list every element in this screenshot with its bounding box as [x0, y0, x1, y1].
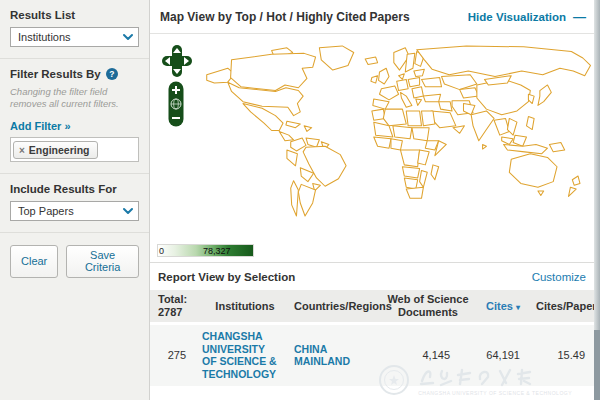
column-header-institutions[interactable]: Institutions — [196, 300, 294, 313]
save-criteria-button[interactable]: Save Criteria — [66, 245, 139, 278]
world-choropleth-map[interactable] — [180, 45, 600, 229]
country-angola[interactable] — [402, 167, 419, 178]
collapse-icon[interactable]: — — [573, 9, 586, 24]
country-spain[interactable] — [373, 99, 389, 109]
map-view-header: Map View by Top / Hot / Highly Cited Pap… — [150, 0, 600, 34]
country-balkans[interactable] — [412, 87, 423, 98]
country-iraq[interactable] — [439, 102, 452, 111]
country-libya[interactable] — [406, 111, 421, 126]
filter-tag-engineering[interactable]: × Engineering — [13, 141, 98, 159]
world-map-area: 0 78,327 — [150, 34, 600, 263]
country-drc[interactable] — [401, 150, 420, 167]
country-ireland[interactable] — [371, 76, 378, 83]
country-new-zealand-south[interactable] — [569, 187, 577, 196]
clear-button[interactable]: Clear — [10, 245, 58, 278]
country-central-america[interactable] — [279, 131, 293, 140]
column-header-cites-per-paper[interactable]: Cites/Paper — [536, 300, 594, 313]
country-west-africa[interactable] — [374, 137, 391, 148]
country-namibia[interactable] — [404, 178, 417, 189]
country-vietnam[interactable] — [507, 118, 517, 135]
column-header-countries[interactable]: Countries/Regions — [294, 300, 386, 313]
country-peru[interactable] — [287, 150, 298, 166]
add-filter-link[interactable]: Add Filter » — [10, 120, 71, 132]
country-new-zealand-north[interactable] — [572, 176, 580, 185]
country-saudi-arabia[interactable] — [431, 111, 456, 128]
country-greece[interactable] — [416, 99, 422, 106]
help-icon[interactable]: ? — [106, 68, 118, 80]
include-results-select[interactable]: Top Papers — [10, 201, 139, 221]
country-turkey[interactable] — [423, 94, 440, 101]
country-borneo[interactable] — [513, 135, 526, 146]
country-italy[interactable] — [401, 92, 412, 107]
map-zoom-control[interactable] — [168, 81, 184, 127]
country-canada[interactable] — [231, 53, 316, 90]
include-results-selected-value: Top Papers — [18, 205, 74, 217]
column-header-cites[interactable]: Cites ▾ — [470, 300, 536, 313]
country-philippines[interactable] — [527, 117, 535, 130]
university-seal-icon — [378, 363, 410, 397]
country-sudan[interactable] — [412, 128, 429, 141]
country-brazil[interactable] — [303, 146, 346, 186]
country-chile[interactable] — [291, 181, 299, 216]
sort-descending-icon[interactable]: ▾ — [516, 303, 520, 312]
country-sweden[interactable] — [405, 53, 415, 72]
country-cuba[interactable] — [286, 121, 300, 128]
country-new-guinea[interactable] — [549, 143, 564, 152]
zoom-out-icon — [172, 117, 180, 119]
column-header-documents[interactable]: Web of Science Documents — [386, 293, 470, 319]
country-tasmania[interactable] — [538, 191, 544, 196]
country-chad[interactable] — [393, 126, 412, 139]
scrollbar-track[interactable] — [594, 0, 600, 400]
country-india[interactable] — [471, 111, 494, 141]
total-count: Total: 2787 — [150, 293, 196, 319]
country-ukraine[interactable] — [422, 78, 442, 87]
legend-max-value: 78,327 — [203, 246, 231, 256]
remove-filter-icon[interactable]: × — [19, 145, 25, 156]
country-korea[interactable] — [528, 94, 534, 103]
country-argentina[interactable] — [298, 184, 315, 216]
country-france[interactable] — [380, 86, 399, 100]
table-header-row: Total: 2787 Institutions Countries/Regio… — [150, 290, 600, 322]
country-kenya[interactable] — [418, 150, 429, 165]
cites-label: Cites — [486, 300, 513, 312]
institution-link[interactable]: CHANGSHA UNIVERSITY OF SCIENCE & TECHNOL… — [196, 330, 294, 380]
country-china[interactable] — [477, 79, 530, 114]
country-nigeria[interactable] — [391, 139, 402, 150]
country-indonesia[interactable] — [504, 144, 548, 153]
scrollbar-thumb[interactable] — [594, 330, 600, 400]
country-hispaniola[interactable] — [304, 126, 312, 132]
country-mexico[interactable] — [243, 104, 283, 131]
country-denmark[interactable] — [399, 74, 405, 80]
country-germany[interactable] — [397, 79, 408, 90]
legend-min-value: 0 — [159, 246, 164, 256]
country-madagascar[interactable] — [431, 165, 439, 180]
filter-section: Filter Results By ? Changing the filter … — [0, 59, 149, 174]
customize-link[interactable]: Customize — [532, 271, 586, 283]
country-mongolia[interactable] — [485, 76, 512, 85]
country-sri-lanka[interactable] — [483, 144, 487, 149]
results-list-select[interactable]: Institutions — [10, 27, 139, 47]
country-malaysia[interactable] — [502, 137, 513, 144]
country-japan[interactable] — [538, 85, 551, 105]
map-pan-control[interactable] — [162, 45, 192, 77]
active-filters-box: × Engineering — [10, 137, 139, 163]
country-venezuela[interactable] — [306, 138, 319, 147]
country-myanmar-thailand[interactable] — [494, 118, 509, 135]
country-poland[interactable] — [408, 78, 419, 87]
country-australia[interactable] — [509, 154, 557, 187]
country-united-kingdom[interactable] — [379, 68, 390, 84]
country-iceland[interactable] — [365, 57, 377, 64]
filter-note: Changing the filter field removes all cu… — [10, 86, 139, 111]
hide-visualization-link[interactable]: Hide Visualization — [468, 11, 566, 23]
country-kazakhstan[interactable] — [442, 75, 477, 90]
country-mozambique[interactable] — [420, 170, 428, 187]
country-egypt[interactable] — [422, 111, 435, 126]
country-baltics[interactable] — [414, 69, 425, 76]
country-algeria[interactable] — [383, 109, 406, 126]
cites-value: 64,191 — [470, 349, 536, 362]
country-central-asia[interactable] — [460, 88, 479, 98]
country-yemen[interactable] — [453, 126, 464, 133]
country-greenland[interactable] — [319, 46, 353, 70]
country-south-africa[interactable] — [406, 187, 423, 198]
country-russia[interactable] — [417, 46, 591, 77]
